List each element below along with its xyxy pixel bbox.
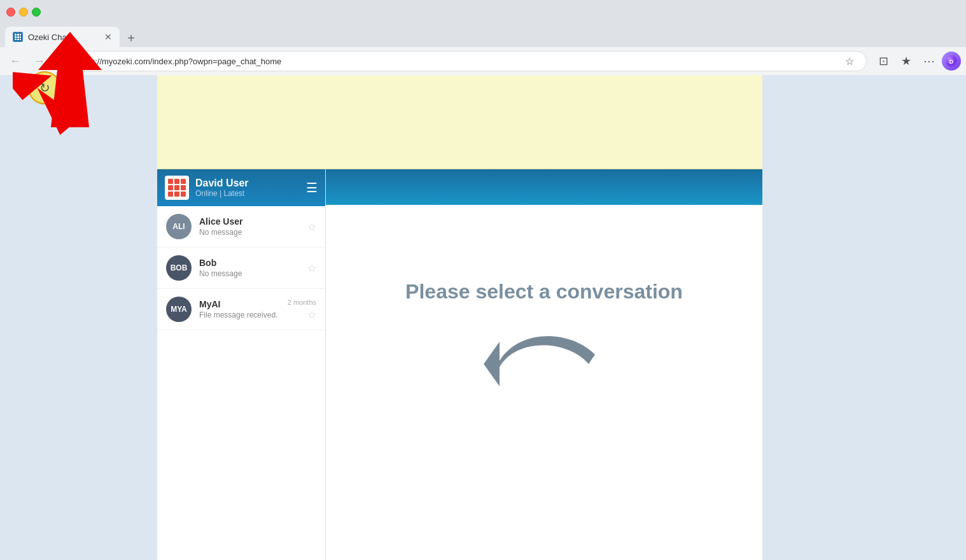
tab-bar: Ozeki Chat ✕ + [0, 24, 966, 47]
logo-cell-1 [168, 179, 173, 184]
svg-rect-3 [20, 34, 21, 36]
svg-rect-4 [15, 36, 17, 38]
contact-item-alice[interactable]: ALI Alice User No message ☆ [157, 206, 325, 248]
contact-info-bob: Bob No message [199, 258, 300, 278]
address-bar[interactable]: 🔒 https://myozeki.com/index.php?owpn=pag… [53, 51, 867, 71]
lock-icon: 🔒 [62, 57, 72, 66]
title-bar [0, 0, 966, 24]
favorites-button[interactable]: ★ [896, 51, 916, 71]
contact-info-myai: MyAI File message received. [199, 299, 280, 319]
back-button[interactable]: ← [5, 51, 25, 71]
address-bar-row: ← → ↻ 🔒 https://myozeki.com/index.php?ow… [0, 47, 966, 75]
logo-cell-8 [174, 192, 179, 197]
active-tab[interactable]: Ozeki Chat ✕ [5, 27, 120, 47]
logo-cell-4 [168, 185, 173, 190]
logo-cell-7 [168, 192, 173, 197]
bookmark-star-icon[interactable]: ☆ [841, 52, 858, 70]
profile-button[interactable]: D [942, 52, 961, 71]
svg-rect-1 [15, 34, 17, 36]
contact-item-bob[interactable]: BOB Bob No message ☆ [157, 248, 325, 289]
extensions-button[interactable]: ⊡ [873, 51, 893, 71]
logo-cell-6 [181, 185, 186, 190]
logo-cell-5 [174, 185, 179, 190]
contact-meta-bob: ☆ [307, 262, 316, 274]
select-arrow-graphic [480, 316, 608, 412]
sidebar-user-info: David User Online | Latest [195, 178, 300, 198]
logo-cell-9 [181, 192, 186, 197]
contact-msg-bob: No message [199, 269, 300, 278]
svg-text:D: D [949, 59, 954, 65]
contact-meta-myai: 2 months ☆ [288, 298, 316, 321]
close-window-button[interactable] [6, 8, 15, 17]
contact-name-alice: Alice User [199, 216, 300, 227]
address-bar-icons: ☆ [841, 52, 858, 70]
contact-name-myai: MyAI [199, 299, 280, 309]
reload-button-highlight: ↻ [28, 71, 61, 104]
avatar-bob: BOB [166, 255, 192, 281]
new-tab-button[interactable]: + [122, 29, 140, 47]
reload-button[interactable]: ↻ [34, 78, 55, 98]
app-logo [165, 176, 189, 200]
sidebar-username: David User [195, 178, 300, 189]
chat-app: David User Online | Latest ☰ ALI [157, 169, 762, 560]
more-menu-button[interactable]: ⋯ [919, 51, 939, 71]
maximize-window-button[interactable] [32, 8, 41, 17]
browser-toolbar-right: ⊡ ★ ⋯ D [873, 51, 961, 71]
avatar-myai: MYA [166, 297, 192, 322]
svg-rect-5 [17, 36, 19, 38]
star-icon-alice[interactable]: ☆ [307, 221, 316, 233]
chat-main-area: Please select a conversation [326, 169, 762, 560]
svg-rect-8 [17, 39, 19, 40]
star-icon-bob[interactable]: ☆ [307, 262, 316, 274]
svg-rect-7 [15, 39, 17, 40]
minimize-window-button[interactable] [19, 8, 28, 17]
traffic-lights [6, 8, 41, 17]
tab-favicon [13, 32, 23, 42]
tab-title: Ozeki Chat [28, 32, 99, 42]
contact-list: ALI Alice User No message ☆ BOB [157, 206, 325, 560]
sidebar-header: David User Online | Latest ☰ [157, 169, 325, 206]
svg-rect-9 [20, 39, 21, 40]
select-conversation-text: Please select a conversation [405, 280, 683, 304]
logo-cell-3 [181, 179, 186, 184]
contact-info-alice: Alice User No message [199, 216, 300, 237]
contact-msg-myai: File message received. [199, 311, 280, 319]
page-content: David User Online | Latest ☰ ALI [157, 75, 762, 560]
contact-item-myai[interactable]: MYA MyAI File message received. 2 months… [157, 289, 325, 330]
contact-msg-alice: No message [199, 228, 300, 237]
contact-name-bob: Bob [199, 258, 300, 268]
svg-rect-2 [17, 34, 19, 36]
tab-close-button[interactable]: ✕ [104, 32, 112, 42]
contact-time-myai: 2 months [288, 298, 316, 306]
svg-rect-6 [20, 36, 21, 38]
logo-cell-2 [174, 179, 179, 184]
url-text: https://myozeki.com/index.php?owpn=page_… [77, 57, 836, 66]
ad-banner [157, 75, 762, 169]
sidebar-status-text: Online | Latest [195, 189, 300, 198]
chat-sidebar: David User Online | Latest ☰ ALI [157, 169, 326, 560]
sidebar-menu-button[interactable]: ☰ [306, 180, 318, 195]
avatar-alice: ALI [166, 214, 192, 239]
forward-button[interactable]: → [29, 51, 50, 71]
chat-header-bar [326, 169, 762, 205]
star-icon-myai[interactable]: ☆ [307, 309, 316, 321]
contact-meta-alice: ☆ [307, 221, 316, 233]
